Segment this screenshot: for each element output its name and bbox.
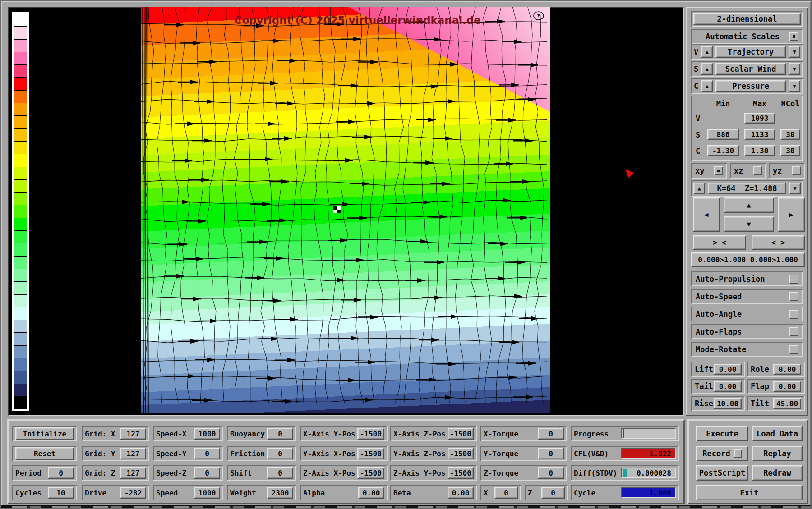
- postscript-button[interactable]: PostScript: [696, 465, 748, 481]
- param-value-field[interactable]: 0: [267, 428, 293, 440]
- plane-toggle-box[interactable]: [792, 166, 801, 175]
- toggle-auto-angle[interactable]: Auto-Angle: [691, 307, 803, 321]
- scale-s-min-field[interactable]: 886: [707, 129, 739, 140]
- zoom-in-button[interactable]: > <: [693, 235, 746, 250]
- parameter-panel-bottom: InitializeResetPeriod0Cycles10Grid: X127…: [7, 419, 685, 504]
- record-toggle[interactable]: [734, 449, 742, 458]
- selector-down-button[interactable]: ▼: [789, 80, 800, 92]
- scale-v-max-field[interactable]: 1093: [744, 113, 775, 124]
- status-bar-cycle: 1.000: [621, 487, 676, 498]
- slice-row: ▲ K=64 Z=1.488 ▼: [691, 180, 803, 197]
- param-value-field[interactable]: -1500: [357, 448, 384, 459]
- plane-toggle-xz[interactable]: xz: [730, 163, 766, 179]
- scale-c-min-field[interactable]: -1.30: [707, 145, 739, 156]
- toggle-box[interactable]: [789, 345, 798, 354]
- scale-s-max-field[interactable]: 1133: [744, 129, 775, 140]
- param-value-field[interactable]: 0.00: [448, 487, 474, 499]
- param-value-field[interactable]: 0: [538, 467, 564, 479]
- color-swatch: [14, 320, 27, 332]
- value-field[interactable]: 10.00: [714, 398, 742, 409]
- color-swatch: [14, 230, 27, 243]
- param-value-field[interactable]: -282: [120, 487, 146, 499]
- param-label: Grid: Y: [85, 449, 115, 458]
- value-field[interactable]: 0.00: [714, 381, 742, 392]
- zoom-out-button[interactable]: < >: [752, 235, 805, 250]
- selector-down-button[interactable]: ▼: [789, 46, 800, 58]
- param-value-field[interactable]: 0: [194, 467, 220, 479]
- value-field[interactable]: 0.00: [773, 364, 801, 375]
- toggle-box[interactable]: [789, 275, 798, 284]
- action-button[interactable]: Initialize: [15, 427, 74, 440]
- param-value-field[interactable]: 1000: [194, 428, 220, 440]
- param-value-field[interactable]: 127: [120, 428, 146, 440]
- param-value-field[interactable]: -1500: [357, 428, 384, 440]
- dimension-mode-button[interactable]: 2-dimensional: [693, 13, 801, 25]
- param-value-field[interactable]: 0: [538, 428, 564, 440]
- param-grid-y: Grid: Y127: [82, 446, 149, 461]
- color-swatch: [14, 332, 27, 345]
- selector-value[interactable]: Pressure: [715, 80, 786, 92]
- plane-toggle-box[interactable]: [753, 166, 762, 175]
- replay-button[interactable]: Replay: [752, 446, 803, 461]
- param-value-field[interactable]: 10: [48, 487, 74, 499]
- scale-c-ncol-field[interactable]: 30: [780, 145, 800, 156]
- value-field[interactable]: 0.00: [773, 381, 801, 392]
- load-data-button[interactable]: Load Data: [752, 426, 803, 441]
- record-button[interactable]: Record: [696, 446, 748, 461]
- exit-button[interactable]: Exit: [696, 485, 803, 500]
- slice-down-button[interactable]: ▼: [789, 183, 801, 194]
- scale-s-ncol-field[interactable]: 30: [780, 129, 800, 140]
- param-x-axis-z-pos: X-Axis Z-Pos-1500: [390, 426, 477, 441]
- selector-down-button[interactable]: ▼: [789, 63, 800, 75]
- value-field[interactable]: 0.00: [714, 364, 742, 375]
- rotation-indicator-icon: [531, 9, 546, 23]
- slice-up-button[interactable]: ▲: [693, 183, 705, 194]
- param-value-field[interactable]: 127: [120, 467, 146, 479]
- selector-up-button[interactable]: ▲: [701, 63, 713, 75]
- toggle-auto-flaps[interactable]: Auto-Flaps: [691, 324, 803, 339]
- param-value-field[interactable]: 0: [267, 448, 293, 459]
- selector-value[interactable]: Trajectory: [715, 46, 786, 58]
- redraw-button[interactable]: Redraw: [752, 465, 803, 481]
- param-value-field[interactable]: 0.00: [358, 487, 384, 499]
- pan-up-button[interactable]: ▲: [724, 197, 774, 213]
- execute-button[interactable]: Execute: [696, 426, 748, 441]
- toggle-box[interactable]: [789, 327, 798, 336]
- param-value-field[interactable]: 1000: [194, 487, 220, 499]
- param-grid-x: Grid: X127: [82, 426, 149, 441]
- plane-toggle-box[interactable]: [714, 166, 723, 175]
- action-button[interactable]: Reset: [15, 447, 74, 460]
- param-value-field[interactable]: 0: [48, 467, 74, 479]
- param-value-field[interactable]: 127: [120, 448, 146, 459]
- param-value-field[interactable]: -1500: [448, 467, 474, 479]
- value-field[interactable]: 45.00: [773, 398, 801, 409]
- param-label: Y-Torque: [484, 449, 518, 458]
- selector-prefix: S: [694, 64, 698, 73]
- param-value-field[interactable]: -1500: [448, 428, 474, 440]
- selector-up-button[interactable]: ▲: [701, 80, 713, 92]
- param-value-field[interactable]: -1500: [357, 467, 384, 479]
- pan-left-button[interactable]: ◀: [693, 197, 720, 232]
- param-value-field[interactable]: 0: [541, 487, 565, 499]
- toggle-auto-speed[interactable]: Auto-Speed: [691, 289, 803, 304]
- pan-down-button[interactable]: ▼: [724, 216, 774, 232]
- pan-right-button[interactable]: ▶: [778, 197, 805, 232]
- param-value-field[interactable]: 0: [194, 448, 220, 459]
- param-value-field[interactable]: 2300: [267, 487, 293, 499]
- selector-value[interactable]: Scalar Wind: [715, 63, 786, 75]
- param-value-field[interactable]: 0: [494, 487, 518, 499]
- param-value-field[interactable]: 0: [267, 467, 293, 479]
- param-value-field[interactable]: -1500: [448, 448, 474, 459]
- plane-toggle-yz[interactable]: yz: [769, 163, 805, 179]
- toggle-box[interactable]: [789, 292, 798, 301]
- param-value-field[interactable]: 0: [538, 448, 564, 459]
- scale-c-max-field[interactable]: 1.30: [744, 145, 775, 156]
- plane-toggle-xy[interactable]: xy: [691, 163, 727, 179]
- toggle-mode-rotate[interactable]: Mode-Rotate: [691, 342, 803, 357]
- toggle-auto-propulsion[interactable]: Auto-Propulsion: [691, 271, 803, 286]
- selector-up-button[interactable]: ▲: [701, 46, 713, 58]
- param-buoyancy: Buoyancy0: [227, 426, 296, 441]
- flow-field-view[interactable]: Copyright (C) 2025 virtuellerwindkanal.d…: [141, 7, 550, 413]
- auto-scales-toggle[interactable]: [789, 32, 798, 41]
- toggle-box[interactable]: [789, 310, 798, 319]
